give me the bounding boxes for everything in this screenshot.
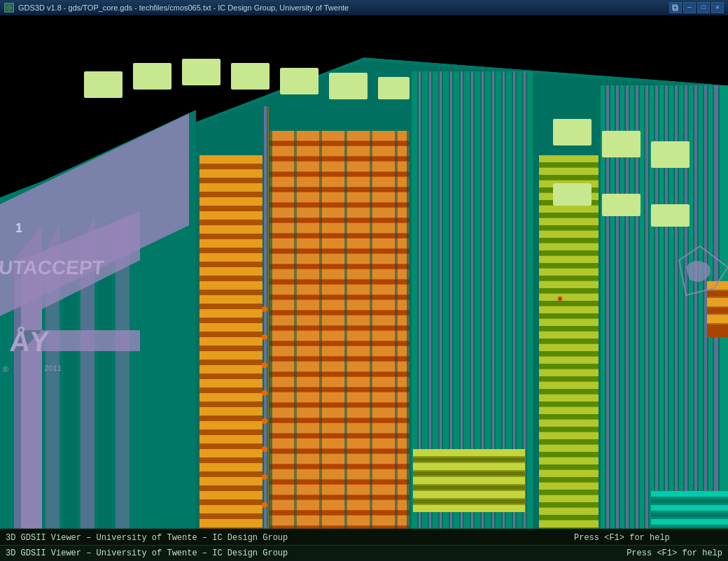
svg-rect-272 [329,73,368,99]
svg-rect-131 [270,388,410,392]
svg-rect-102 [270,162,410,171]
svg-rect-190 [539,206,598,213]
svg-rect-40 [200,155,262,164]
svg-rect-212 [539,344,598,351]
svg-rect-153 [319,131,322,545]
svg-rect-216 [539,369,598,376]
svg-rect-305 [413,491,525,498]
svg-rect-120 [270,300,410,310]
svg-rect-273 [378,77,410,99]
svg-rect-278 [602,194,640,216]
svg-rect-231 [539,464,598,469]
svg-rect-204 [539,294,598,301]
svg-rect-222 [539,407,598,414]
svg-rect-274 [553,119,592,145]
svg-rect-183 [539,162,598,167]
svg-rect-217 [539,376,598,381]
svg-rect-233 [539,477,598,482]
status-bar: 3D GDSII Viewer – University of Twente –… [0,545,728,561]
svg-rect-128 [270,362,410,371]
svg-rect-133 [270,403,410,407]
svg-rect-191 [539,213,598,218]
svg-rect-58 [200,281,262,290]
svg-rect-52 [200,239,262,248]
svg-rect-89 [200,499,262,505]
window-title: GDS3D v1.8 - gds/TOP_core.gds - techfile… [18,3,349,12]
svg-rect-122 [270,315,410,325]
svg-rect-101 [270,157,410,161]
svg-rect-195 [539,238,598,243]
svg-rect-62 [200,309,262,318]
svg-rect-82 [200,449,262,457]
title-bar: GDS3D v1.8 - gds/TOP_core.gds - techfile… [0,0,728,15]
svg-rect-237 [539,502,598,507]
svg-rect-185 [539,175,598,180]
svg-rect-105 [270,187,410,192]
svg-rect-225 [539,427,598,432]
svg-rect-99 [270,141,410,145]
svg-text:®: ® [2,364,9,374]
svg-point-285 [262,446,267,452]
svg-rect-182 [539,155,598,162]
svg-rect-198 [539,256,598,263]
svg-rect-207 [539,313,598,318]
svg-rect-108 [270,208,410,218]
svg-rect-76 [200,407,262,416]
svg-rect-152 [294,131,297,545]
maximize-button[interactable]: □ [697,2,710,13]
svg-rect-200 [539,269,598,276]
svg-rect-69 [200,360,262,365]
svg-rect-46 [200,197,262,206]
svg-rect-262 [699,85,703,545]
svg-rect-236 [539,495,598,502]
svg-rect-107 [270,203,410,207]
svg-rect-77 [200,416,262,421]
svg-rect-49 [200,220,262,225]
svg-rect-129 [270,372,410,376]
svg-rect-85 [200,471,262,477]
svg-rect-221 [539,402,598,406]
svg-rect-223 [539,414,598,419]
svg-rect-63 [200,318,262,323]
svg-text:1: 1 [15,221,22,235]
svg-point-287 [262,502,267,508]
svg-rect-75 [200,402,262,407]
svg-rect-80 [200,435,262,443]
svg-rect-88 [200,491,262,499]
svg-rect-138 [270,439,410,448]
window-controls[interactable]: ─ □ ✕ [669,2,724,13]
close-button[interactable]: ✕ [711,2,724,13]
svg-rect-205 [539,301,598,306]
svg-rect-312 [707,308,728,313]
svg-rect-304 [413,485,525,490]
svg-rect-135 [270,418,410,422]
svg-rect-60 [200,295,262,304]
svg-rect-202 [539,281,598,288]
svg-rect-215 [539,364,598,369]
svg-rect-48 [200,211,262,220]
svg-rect-137 [270,434,410,438]
svg-rect-41 [200,164,262,169]
svg-rect-194 [539,231,598,238]
svg-point-284 [262,418,267,424]
svg-rect-300 [413,457,525,462]
main-viewport[interactable]: UTACCEPT ÅY ® 2011 1 [0,15,728,545]
svg-rect-92 [200,519,262,527]
minimize-button[interactable]: ─ [683,2,696,13]
svg-rect-157 [407,131,410,545]
svg-rect-294 [651,519,728,525]
svg-rect-143 [270,480,410,484]
restore-button[interactable] [669,2,682,13]
svg-rect-127 [270,357,410,361]
svg-rect-114 [270,254,410,264]
svg-rect-210 [539,332,598,339]
svg-rect-154 [344,131,347,545]
svg-rect-116 [270,269,410,279]
svg-rect-238 [539,508,598,515]
svg-rect-42 [200,169,262,178]
svg-rect-84 [200,463,262,471]
svg-rect-54 [200,253,262,262]
svg-rect-72 [200,379,262,388]
svg-rect-45 [200,192,262,197]
svg-rect-83 [200,457,262,463]
